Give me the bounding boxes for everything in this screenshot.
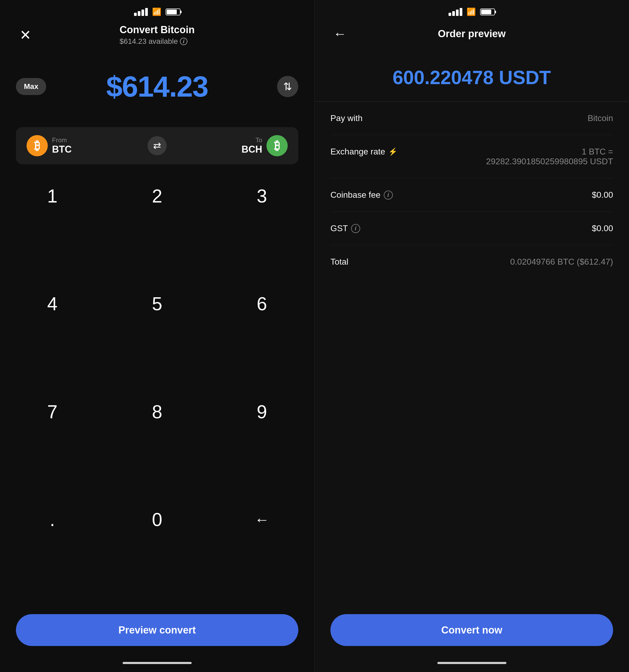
exchange-rate-label: Exchange rate ⚡	[331, 147, 397, 157]
max-button[interactable]: Max	[16, 78, 46, 95]
key-4[interactable]: 4	[0, 285, 105, 322]
signal-bar-2	[138, 11, 140, 16]
currency-swap-icon: ⇄	[153, 140, 161, 151]
close-icon: ✕	[20, 27, 31, 43]
to-currency-name: BCH	[242, 144, 262, 155]
signal-bar-3	[142, 9, 144, 16]
signal-icon	[134, 8, 148, 16]
wifi-icon-right: 📶	[466, 7, 476, 16]
from-label: From	[52, 137, 72, 144]
exchange-rate-value: 1 BTC = 29282.3901850259980895 USDT	[486, 147, 613, 166]
pay-with-row: Pay with Bitcoin	[331, 102, 613, 135]
amount-display: $614.23	[106, 70, 208, 103]
swap-arrows-icon: ⇅	[283, 80, 292, 93]
from-currency: ₿ From BTC	[27, 135, 142, 156]
signal-bar-1	[134, 13, 137, 16]
backspace-icon: ←	[255, 511, 269, 528]
gst-row: GST i $0.00	[331, 212, 613, 245]
from-currency-name: BTC	[52, 144, 72, 155]
preview-amount-section: 600.220478 USDT	[314, 51, 629, 102]
signal-bar-r4	[460, 8, 462, 16]
home-indicator	[123, 662, 192, 664]
total-label: Total	[331, 257, 348, 267]
signal-bar-4	[145, 8, 148, 16]
key-9[interactable]: 9	[210, 393, 314, 431]
total-value: 0.02049766 BTC ($612.47)	[510, 257, 613, 267]
info-icon[interactable]: i	[180, 38, 187, 45]
currency-pair-selector[interactable]: ₿ From BTC ⇄ To BCH ₿	[16, 127, 298, 164]
key-0[interactable]: 0	[105, 501, 210, 538]
currency-swap-button[interactable]: ⇄	[148, 136, 167, 155]
order-preview-title: Order preview	[349, 28, 594, 40]
to-currency: To BCH ₿	[172, 135, 288, 156]
preview-convert-button[interactable]: Preview convert	[16, 614, 298, 646]
wifi-icon: 📶	[152, 7, 161, 16]
signal-bar-r1	[449, 13, 451, 16]
status-bar-left: 📶	[0, 0, 314, 19]
key-backspace[interactable]: ←	[210, 501, 314, 538]
from-label-group: From BTC	[52, 137, 72, 155]
back-button[interactable]: ←	[331, 24, 349, 43]
status-bar-right: 📶	[314, 0, 629, 19]
fee-info-icon[interactable]: i	[384, 191, 393, 199]
key-6[interactable]: 6	[210, 285, 314, 322]
page-title: Convert Bitcoin	[120, 24, 195, 35]
bolt-icon: ⚡	[388, 147, 397, 156]
key-1[interactable]: 1	[0, 177, 105, 215]
left-header: ✕ Convert Bitcoin $614.23 available i	[0, 19, 314, 54]
home-indicator-right	[437, 662, 506, 664]
bch-icon: ₿	[266, 135, 288, 156]
header-title-group: Convert Bitcoin $614.23 available i	[120, 24, 195, 46]
to-label-group: To BCH	[242, 137, 262, 155]
available-balance: $614.23 available i	[120, 37, 195, 46]
right-header: ← Order preview	[314, 19, 629, 51]
total-row: Total 0.02049766 BTC ($612.47)	[331, 245, 613, 279]
close-button[interactable]: ✕	[16, 25, 35, 45]
battery-icon-right	[480, 8, 495, 16]
fee-row: Coinbase fee i $0.00	[331, 178, 613, 212]
signal-bar-r2	[452, 11, 455, 16]
pay-with-label: Pay with	[331, 113, 363, 123]
key-3[interactable]: 3	[210, 177, 314, 215]
right-panel: 📶 ← Order preview 600.220478 USDT Pay wi…	[314, 0, 629, 672]
key-5[interactable]: 5	[105, 285, 210, 322]
gst-value: $0.00	[592, 223, 613, 233]
gst-info-icon[interactable]: i	[351, 224, 360, 233]
pay-with-value: Bitcoin	[588, 113, 613, 123]
swap-direction-button[interactable]: ⇅	[277, 76, 298, 97]
to-label: To	[242, 137, 262, 144]
numpad: 1 2 3 4 5 6 7 8 9 . 0 ←	[0, 172, 314, 614]
fee-value: $0.00	[592, 190, 613, 200]
key-8[interactable]: 8	[105, 393, 210, 431]
convert-now-button[interactable]: Convert now	[331, 614, 613, 646]
key-7[interactable]: 7	[0, 393, 105, 431]
left-panel: 📶 ✕ Convert Bitcoin $614.23 available i …	[0, 0, 314, 672]
back-icon: ←	[333, 26, 347, 41]
battery-icon	[166, 8, 180, 16]
signal-icon-right	[449, 8, 462, 16]
key-decimal[interactable]: .	[0, 501, 105, 538]
signal-bar-r3	[456, 9, 459, 16]
key-2[interactable]: 2	[105, 177, 210, 215]
btc-icon: ₿	[27, 135, 48, 156]
order-details: Pay with Bitcoin Exchange rate ⚡ 1 BTC =…	[314, 102, 629, 614]
exchange-rate-row: Exchange rate ⚡ 1 BTC = 29282.3901850259…	[331, 135, 613, 178]
gst-label: GST i	[331, 223, 360, 233]
fee-label: Coinbase fee i	[331, 190, 393, 200]
preview-amount-value: 600.220478 USDT	[331, 67, 613, 88]
amount-section: Max $614.23 ⇅	[0, 59, 314, 114]
